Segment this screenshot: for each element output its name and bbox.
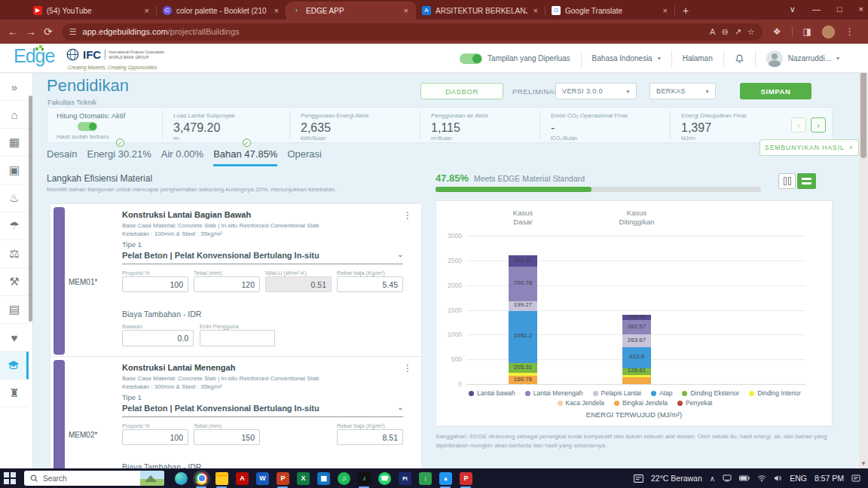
page-scrollbar[interactable]: ▼ bbox=[859, 44, 868, 468]
tab-energi[interactable]: Energi 30.21%✓ bbox=[87, 148, 151, 166]
speaker-icon[interactable] bbox=[774, 474, 782, 482]
back-button[interactable]: ← bbox=[8, 26, 18, 38]
tab-operasi[interactable]: Operasi bbox=[287, 148, 322, 166]
browser-tab[interactable]: GGoogle Translate× bbox=[546, 2, 675, 20]
expanded-view-toggle[interactable] bbox=[460, 53, 482, 64]
language-indicator[interactable]: ENG bbox=[790, 474, 807, 483]
idm-app-icon[interactable]: ↓ bbox=[419, 472, 432, 485]
tab-close-button[interactable]: × bbox=[662, 6, 669, 15]
side-panel-icon[interactable]: ◨ bbox=[803, 26, 811, 37]
tab-air[interactable]: Air 0.00% bbox=[161, 148, 203, 166]
sidebar-item-expand[interactable]: » bbox=[0, 73, 29, 101]
field-input[interactable] bbox=[337, 429, 403, 445]
forward-button[interactable]: → bbox=[26, 26, 36, 38]
sidebar-item-hotel[interactable]: ♨ bbox=[0, 185, 29, 212]
search-highlight-image[interactable] bbox=[140, 471, 164, 486]
minimize-button[interactable]: — bbox=[812, 5, 821, 14]
cost-field-input[interactable] bbox=[200, 330, 275, 346]
measure-menu-icon[interactable]: ⋮ bbox=[403, 210, 412, 221]
tab-close-button[interactable]: × bbox=[402, 6, 410, 15]
acrobat-app-icon[interactable]: A bbox=[236, 472, 249, 485]
tab-close-button[interactable]: × bbox=[143, 6, 151, 15]
browser-menu-icon[interactable]: ⋮ bbox=[845, 26, 854, 37]
hide-results-button[interactable]: SEMBUNYIKAN HASIL∧ bbox=[760, 139, 859, 156]
chrome-app-icon[interactable] bbox=[195, 472, 208, 485]
sidebar-scrollbar[interactable] bbox=[29, 96, 32, 322]
stats-next-button[interactable]: › bbox=[811, 117, 826, 133]
address-bar[interactable]: ☰ app.edgebuildings.com/project/allBuild… bbox=[62, 23, 763, 41]
files-select[interactable]: BERKAS▾ bbox=[649, 83, 716, 99]
sidebar-item-home[interactable]: ⌂ bbox=[0, 101, 29, 129]
page-menu[interactable]: Halaman bbox=[671, 50, 723, 67]
translate-icon[interactable]: A bbox=[710, 27, 715, 36]
edge-app-icon[interactable] bbox=[175, 472, 188, 485]
tab-bahan[interactable]: Bahan 47.85%✓ bbox=[213, 148, 277, 166]
clock[interactable]: 8:57 PM bbox=[815, 474, 844, 483]
browser-tab[interactable]: ▶(54) YouTube× bbox=[27, 2, 157, 20]
sidebar-item-education[interactable] bbox=[0, 352, 29, 380]
user-menu[interactable]: Nazarruddi...▾ bbox=[755, 50, 850, 67]
scrollbar-down-arrow[interactable]: ▼ bbox=[860, 460, 866, 467]
explorer-app-icon[interactable] bbox=[215, 472, 228, 485]
material-select[interactable]: Pelat Beton | Pelat Konvensional Bertula… bbox=[122, 251, 403, 264]
auto-calc-toggle[interactable] bbox=[78, 122, 97, 131]
notification-center-icon[interactable] bbox=[851, 474, 860, 483]
bookmark-star-icon[interactable]: ☆ bbox=[747, 27, 755, 37]
vertical-bars-view-button[interactable] bbox=[778, 173, 796, 189]
sidebar-item-healthcare[interactable]: ♥ bbox=[0, 324, 29, 352]
tab-close-button[interactable]: × bbox=[532, 6, 539, 15]
extensions-icon[interactable]: ❖ bbox=[773, 26, 781, 37]
browser-tab[interactable]: ◗EDGE APP× bbox=[286, 2, 416, 20]
field-input[interactable] bbox=[122, 276, 188, 292]
sidebar-item-industry[interactable]: ⚒ bbox=[0, 268, 29, 296]
maximize-button[interactable]: □ bbox=[837, 5, 842, 14]
tab-desain[interactable]: Desain bbox=[47, 148, 77, 166]
start-button[interactable] bbox=[0, 472, 20, 484]
reload-button[interactable]: ⟳ bbox=[44, 26, 53, 38]
weather-widget[interactable]: 22°C Berawan bbox=[651, 474, 702, 483]
new-tab-button[interactable]: + bbox=[683, 5, 689, 17]
tab-search-icon[interactable]: ∨ bbox=[790, 5, 796, 14]
device-icon[interactable] bbox=[723, 474, 732, 482]
tray-expand-icon[interactable]: ∧ bbox=[710, 474, 715, 483]
share-icon[interactable]: ↗ bbox=[735, 27, 741, 37]
sidebar-item-warehouse[interactable]: ▣ bbox=[0, 157, 29, 185]
save-button[interactable]: SIMPAN bbox=[740, 83, 811, 99]
sidebar-item-resort[interactable]: ☂ bbox=[0, 212, 29, 240]
wifi-icon[interactable] bbox=[757, 475, 766, 482]
measure-menu-icon[interactable]: ⋮ bbox=[403, 363, 412, 374]
field-input[interactable] bbox=[337, 276, 403, 292]
battery-icon[interactable] bbox=[739, 475, 750, 481]
store-app-icon[interactable]: ▦ bbox=[317, 472, 330, 485]
powerpoint-app-icon[interactable]: P bbox=[277, 472, 289, 485]
sidebar-item-retail[interactable]: ⚖ bbox=[0, 240, 29, 268]
taskbar-search[interactable]: Search bbox=[24, 471, 164, 486]
field-input[interactable] bbox=[194, 429, 260, 445]
zoom-icon[interactable]: ⊖ bbox=[721, 27, 728, 37]
whatsapp-app-icon[interactable]: ☎ bbox=[378, 472, 391, 485]
browser-profile-avatar[interactable] bbox=[822, 26, 835, 38]
pi-app-icon[interactable]: Pi bbox=[399, 472, 411, 485]
notifications[interactable] bbox=[723, 50, 755, 67]
language-selector[interactable]: Bahasa Indonesia▾ bbox=[581, 50, 671, 67]
sidebar-item-briefcase[interactable]: ▤ bbox=[0, 296, 29, 324]
word-app-icon[interactable]: W bbox=[256, 472, 269, 485]
spotify-app-icon[interactable]: ♫ bbox=[338, 472, 350, 485]
field-input[interactable] bbox=[122, 429, 188, 445]
horizontal-bars-view-button[interactable] bbox=[797, 173, 816, 189]
excel-app-icon[interactable]: X bbox=[297, 472, 310, 485]
browser-tab[interactable]: Ccolor palette - Booklet (210 x 2× bbox=[157, 2, 286, 20]
tiktok-app-icon[interactable]: ♪ bbox=[358, 472, 371, 485]
site-settings-icon[interactable]: ☰ bbox=[69, 27, 77, 37]
dashboard-button[interactable]: DASBOR bbox=[420, 83, 503, 99]
version-select[interactable]: VERSI 3.0.0▾ bbox=[555, 83, 637, 99]
tab-close-button[interactable]: × bbox=[273, 6, 280, 15]
sidebar-item-buildings[interactable]: ▦ bbox=[0, 129, 29, 157]
close-button[interactable]: × bbox=[859, 5, 863, 14]
material-select[interactable]: Pelat Beton | Pelat Konvensional Bertula… bbox=[122, 404, 403, 417]
browser-tab[interactable]: AARSITEKTUR BERKELANJUTAN× bbox=[416, 2, 546, 20]
field-input[interactable] bbox=[194, 276, 260, 292]
stats-prev-button[interactable]: ‹ bbox=[791, 117, 806, 133]
photos-app-icon[interactable]: ▲ bbox=[439, 472, 452, 485]
reader-app-icon[interactable]: P bbox=[460, 472, 472, 485]
